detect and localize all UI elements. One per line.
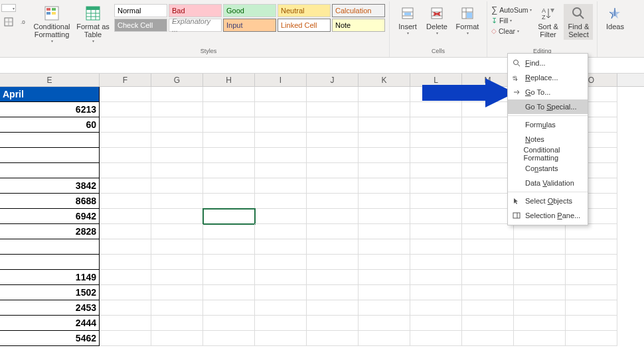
cell[interactable]: 8688 [0, 194, 100, 209]
menu-find[interactable]: Find... [508, 56, 588, 70]
cell[interactable] [255, 316, 307, 331]
cell[interactable] [307, 270, 359, 285]
cell[interactable] [359, 133, 410, 148]
cell[interactable] [100, 224, 151, 239]
clear-button[interactable]: ◇Clear ▾ [491, 27, 532, 36]
cell[interactable] [151, 194, 203, 209]
cell[interactable] [462, 239, 514, 255]
delete-button[interactable]: Delete ▾ [423, 4, 451, 36]
cell[interactable] [307, 148, 359, 163]
cell[interactable]: 1149 [0, 270, 100, 285]
cell[interactable] [0, 163, 100, 178]
cell[interactable] [410, 316, 462, 331]
cell[interactable] [462, 224, 514, 239]
cell[interactable] [151, 87, 203, 102]
style-good[interactable]: Good [223, 4, 276, 17]
cell[interactable] [410, 133, 462, 148]
cell[interactable] [100, 102, 151, 117]
cell[interactable] [255, 255, 307, 270]
col-header-I[interactable]: I [255, 74, 307, 86]
cell[interactable] [100, 117, 151, 133]
cell[interactable] [410, 255, 462, 270]
cell[interactable] [255, 285, 307, 300]
cell[interactable] [255, 117, 307, 133]
cell[interactable] [255, 239, 307, 255]
cell[interactable] [151, 163, 203, 178]
style-explanatory[interactable]: Explanatory ... [169, 19, 222, 32]
cell[interactable] [255, 102, 307, 117]
cell[interactable] [100, 133, 151, 148]
cell[interactable] [410, 178, 462, 194]
cell[interactable] [100, 163, 151, 178]
cell[interactable] [566, 300, 617, 316]
menu-data-validation[interactable]: Data Validation [508, 176, 588, 190]
cell[interactable]: 2828 [0, 224, 100, 239]
cell[interactable] [462, 133, 514, 148]
cell[interactable]: 2453 [0, 300, 100, 316]
cell[interactable] [307, 239, 359, 255]
cell[interactable] [514, 270, 566, 285]
cell[interactable] [359, 163, 410, 178]
cell[interactable] [359, 117, 410, 133]
cell[interactable] [100, 270, 151, 285]
cell[interactable] [359, 178, 410, 194]
cell[interactable] [307, 224, 359, 239]
cell[interactable] [203, 148, 255, 163]
menu-formulas[interactable]: Formulas [508, 117, 588, 132]
cell[interactable] [203, 194, 255, 209]
cell[interactable]: 5462 [0, 331, 100, 346]
cell[interactable] [462, 285, 514, 300]
cell[interactable] [410, 239, 462, 255]
cell[interactable] [203, 285, 255, 300]
cell[interactable] [566, 285, 617, 300]
col-header-J[interactable]: J [307, 74, 359, 86]
cell[interactable] [359, 224, 410, 239]
cell[interactable] [100, 87, 151, 102]
cell[interactable] [203, 102, 255, 117]
cell[interactable] [307, 316, 359, 331]
cell[interactable] [100, 300, 151, 316]
cell[interactable] [255, 300, 307, 316]
cell[interactable] [462, 148, 514, 163]
cell[interactable] [566, 255, 617, 270]
style-check-cell[interactable]: Check Cell [114, 19, 167, 32]
menu-replace[interactable]: abReplace... [508, 70, 588, 85]
cell[interactable] [359, 194, 410, 209]
cell[interactable] [307, 102, 359, 117]
cell[interactable] [203, 87, 255, 102]
find-select-button[interactable]: Find & Select [564, 4, 593, 40]
cell[interactable] [410, 270, 462, 285]
cell[interactable] [203, 117, 255, 133]
border-icon[interactable] [1, 15, 16, 29]
cell[interactable] [255, 163, 307, 178]
format-button[interactable]: Format ▾ [452, 4, 483, 36]
cell[interactable] [100, 148, 151, 163]
cell[interactable] [307, 255, 359, 270]
cell[interactable] [514, 331, 566, 346]
style-neutral[interactable]: Neutral [278, 4, 331, 17]
cell[interactable] [307, 285, 359, 300]
cell[interactable] [151, 239, 203, 255]
cell[interactable] [151, 285, 203, 300]
style-bad[interactable]: Bad [169, 4, 222, 17]
cell[interactable] [100, 331, 151, 346]
cell[interactable] [100, 239, 151, 255]
cell[interactable] [462, 331, 514, 346]
cell[interactable] [151, 331, 203, 346]
col-header-K[interactable]: K [359, 74, 410, 86]
cell[interactable] [255, 133, 307, 148]
cell[interactable] [151, 133, 203, 148]
cell[interactable] [0, 255, 100, 270]
cell[interactable] [514, 255, 566, 270]
cell[interactable] [359, 255, 410, 270]
col-header-F[interactable]: F [100, 74, 151, 86]
cell[interactable] [359, 209, 410, 224]
cell[interactable] [566, 239, 617, 255]
cell[interactable] [307, 87, 359, 102]
cell[interactable] [255, 148, 307, 163]
cell[interactable] [151, 209, 203, 224]
cell[interactable] [410, 148, 462, 163]
cell[interactable] [203, 163, 255, 178]
cell[interactable] [566, 331, 617, 346]
ideas-button[interactable]: Ideas [602, 4, 628, 32]
